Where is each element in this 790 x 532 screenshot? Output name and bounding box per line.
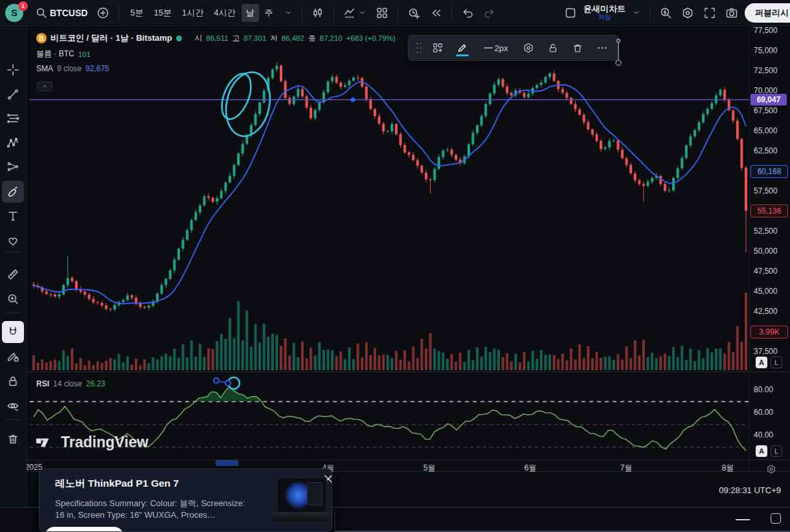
gear-icon: [681, 6, 694, 19]
drawing-lock-button[interactable]: [543, 38, 563, 58]
quick-search-icon: [659, 6, 672, 19]
chart-type-button[interactable]: [309, 4, 327, 22]
sma-label: SMA: [36, 64, 53, 73]
scale-tick: 77,500: [754, 26, 778, 35]
layout-square-icon: [564, 6, 577, 19]
timeframe-menu-button[interactable]: [282, 6, 295, 19]
indicators-button[interactable]: [341, 4, 369, 22]
drawing-delete-button[interactable]: [568, 38, 587, 58]
time-axis-settings[interactable]: [766, 464, 776, 477]
drawing-settings-button[interactable]: [519, 38, 538, 58]
heart-icon: [6, 234, 19, 247]
replay-button[interactable]: [427, 4, 445, 22]
drag-handle-icon[interactable]: [415, 41, 423, 55]
more-options-button[interactable]: [592, 38, 612, 58]
line-width-button[interactable]: 2px: [477, 38, 514, 58]
measure-tool[interactable]: [2, 263, 24, 285]
indicators-icon: [343, 6, 356, 19]
fullscreen-icon: [703, 6, 716, 19]
crosshair-tool[interactable]: [2, 59, 24, 81]
toolbar-slider-handle[interactable]: [614, 36, 623, 69]
layout-select-button[interactable]: [561, 4, 580, 22]
gear-icon: [523, 41, 534, 54]
gear-icon: [766, 464, 776, 474]
timeframe-button[interactable]: 날: [242, 4, 259, 22]
zoom-in-tool[interactable]: [2, 288, 24, 310]
pattern-tool[interactable]: [2, 132, 24, 154]
publish-button[interactable]: 퍼블리시: [745, 3, 790, 23]
chart-canvas[interactable]: [0, 0, 790, 532]
popup-body-line2: 16 in, Screen Type: 16" WUXGA, Proces…: [55, 510, 216, 520]
restore-window-button[interactable]: [771, 513, 781, 524]
popup-title: 레노버 ThinkPad P1 Gen 7: [55, 477, 179, 491]
log-scale-button[interactable]: L: [771, 357, 782, 368]
compare-add-button[interactable]: [94, 4, 112, 22]
legend-collapse-button[interactable]: [37, 82, 52, 91]
time-axis-thumb[interactable]: [216, 460, 238, 466]
laptop-image: [271, 477, 330, 524]
sma-row[interactable]: SMA 9 close 92,675: [36, 64, 396, 73]
ad-popup[interactable]: 레노버 ThinkPad P1 Gen 7 Specifications Sum…: [39, 469, 332, 532]
undo-button[interactable]: [458, 4, 477, 22]
remove-drawings-tool[interactable]: [2, 428, 24, 450]
user-avatar[interactable]: S 1: [5, 4, 23, 22]
trash-icon: [572, 41, 583, 54]
pane-divider[interactable]: [26, 371, 790, 372]
trendline-tool[interactable]: [2, 83, 24, 105]
hide-drawings-tool[interactable]: [2, 395, 24, 417]
layout-menu-button[interactable]: [629, 6, 643, 19]
drawing-anchor: [225, 381, 231, 386]
fullscreen-button[interactable]: [701, 4, 719, 22]
symbol-search-button[interactable]: BTCUSD: [32, 4, 90, 22]
timeframe-button[interactable]: 15분: [150, 4, 176, 22]
brush-ellipse-drawing: [216, 68, 276, 140]
brush-tool[interactable]: [2, 181, 24, 203]
divider: [302, 6, 302, 20]
rsi-log-scale-button[interactable]: L: [771, 445, 782, 457]
minimize-button[interactable]: [736, 519, 750, 520]
fib-retracement-tool[interactable]: [2, 107, 24, 129]
timeframe-button[interactable]: 주: [260, 4, 278, 22]
drawing-mode-lock-tool[interactable]: [2, 346, 24, 368]
popup-cta-button[interactable]: [45, 527, 124, 532]
grid-layout-icon: [376, 6, 389, 19]
redo-button[interactable]: [480, 4, 499, 22]
time-tick: 6월: [525, 463, 537, 474]
emoji-tool[interactable]: [2, 230, 24, 252]
rsi-auto-scale-button[interactable]: A: [756, 445, 767, 457]
text-tool[interactable]: [2, 205, 24, 227]
divider: [5, 312, 21, 313]
tradingview-watermark: TradingView: [36, 434, 148, 451]
magnet-tool[interactable]: [2, 321, 24, 343]
timeframe-button[interactable]: 4시간: [209, 4, 240, 22]
timeframe-button[interactable]: 5분: [126, 4, 148, 22]
lock-drawings-tool[interactable]: [2, 370, 24, 392]
template-button[interactable]: [428, 38, 447, 58]
quick-search-button[interactable]: [657, 4, 675, 22]
hline-price-badge: 69,047: [751, 94, 787, 105]
scale-tick: 37,500: [754, 347, 778, 356]
scale-tick: 65,000: [754, 126, 778, 135]
layout-name-block[interactable]: 윤새미차트 저장: [583, 5, 626, 21]
color-button[interactable]: [453, 38, 472, 58]
alert-button[interactable]: [405, 4, 423, 22]
layout-name: 윤새미차트: [583, 5, 626, 13]
rsi-legend[interactable]: RSI 14 close 26.23: [36, 379, 106, 388]
symbol-row[interactable]: B 비트코인 / 달러 · 1날 · Bitstamp 시 86,511 고 8…: [36, 32, 396, 44]
volume-row[interactable]: 볼륨 · BTC 101: [36, 49, 396, 60]
layout-grid-button[interactable]: [373, 4, 391, 22]
template-add-icon: [432, 41, 444, 54]
divider: [649, 6, 650, 20]
divider: [119, 6, 119, 20]
rsi-label: RSI: [36, 379, 49, 388]
bitcoin-icon: B: [36, 33, 47, 43]
settings-button[interactable]: [679, 4, 697, 22]
screenshot-button[interactable]: [723, 4, 741, 22]
projection-tool[interactable]: [2, 156, 24, 178]
scale-tick: 57,500: [754, 186, 778, 195]
timeframe-button[interactable]: 1시간: [177, 4, 208, 22]
fib-lines-icon: [6, 112, 19, 125]
auto-scale-button[interactable]: A: [756, 357, 767, 368]
popup-body-line1: Specifications Summary: Colour: 블랙, Scre…: [55, 498, 245, 509]
low-value: 86,482: [282, 34, 304, 42]
